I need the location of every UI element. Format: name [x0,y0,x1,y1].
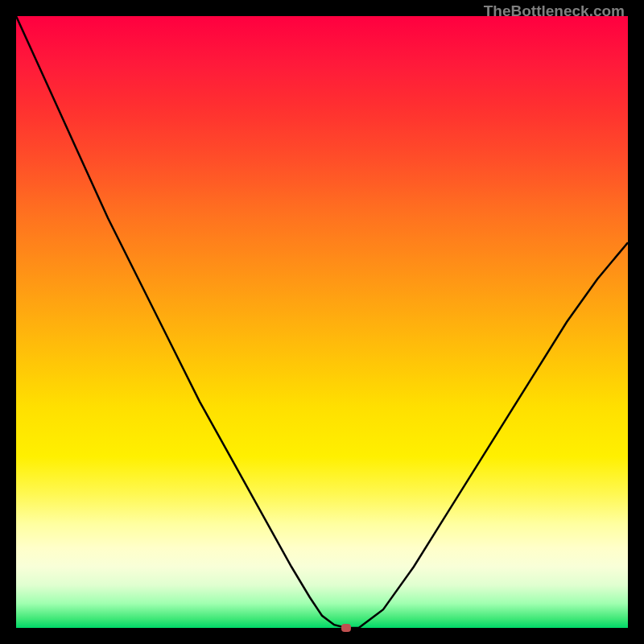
bottleneck-curve [16,16,628,628]
chart-container: TheBottleneck.com [0,0,644,644]
plot-area [16,16,628,628]
optimal-point-marker [341,624,351,632]
watermark-text: TheBottleneck.com [484,2,625,20]
